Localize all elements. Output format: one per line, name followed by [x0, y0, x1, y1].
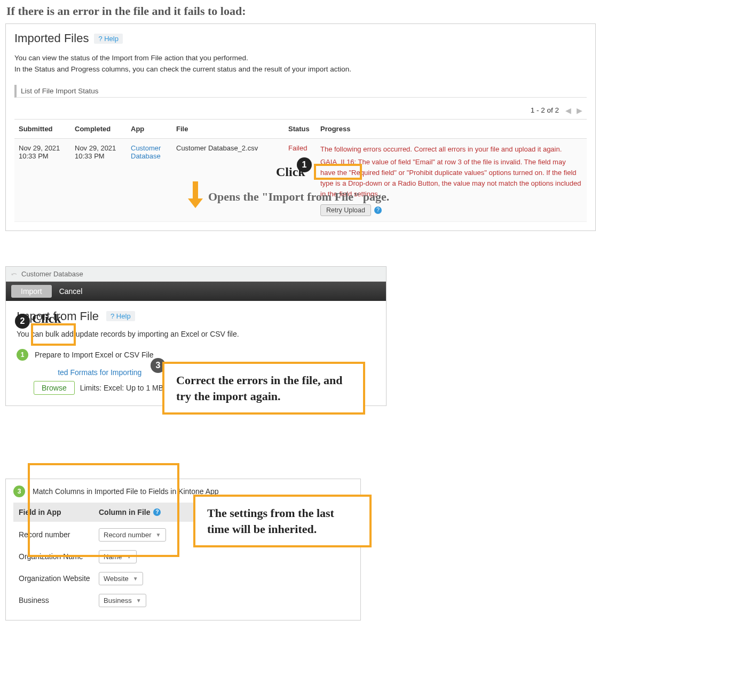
column-select[interactable]: Business ▼	[99, 594, 146, 607]
click-label-2: Click	[32, 312, 61, 326]
column-select[interactable]: Name ▼	[99, 550, 137, 563]
browse-button[interactable]: Browse	[34, 381, 75, 395]
head-field-in-app: Field in App	[19, 508, 99, 516]
back-icon[interactable]: ⤺	[11, 270, 17, 278]
mapping-row: Organization NameName ▼	[19, 546, 348, 568]
help-icon[interactable]: ?	[153, 508, 161, 516]
cell-file: Customer Database_2.csv	[172, 138, 284, 221]
import-button[interactable]: Import	[11, 285, 52, 298]
supported-formats-link[interactable]: ted Formats for Importing	[58, 368, 141, 377]
column-select[interactable]: Record number ▼	[99, 528, 166, 542]
pager-prev-icon[interactable]: ◀	[565, 106, 571, 115]
mapping-field-label: Organization Name	[19, 552, 99, 561]
breadcrumb[interactable]: Customer Database	[21, 270, 83, 278]
list-heading: List of File Import Status	[14, 85, 587, 98]
click-label-1: Click	[276, 165, 305, 179]
pager-next-icon[interactable]: ▶	[577, 106, 582, 115]
col-status: Status	[284, 119, 316, 138]
instruction-settings-inherited: The settings from the last time will be …	[193, 495, 372, 547]
table-row: Nov 29, 2021 10:33 PM Nov 29, 2021 10:33…	[14, 138, 587, 221]
step-1-badge: 1	[17, 349, 28, 361]
instruction-correct-errors: Correct the errors in the file, and try …	[162, 362, 365, 415]
help-link[interactable]: ? Help	[106, 311, 135, 321]
col-app: App	[127, 119, 172, 138]
help-link[interactable]: ? Help	[94, 34, 123, 44]
chevron-down-icon: ▼	[136, 598, 141, 603]
col-file: File	[172, 119, 284, 138]
step-3-badge: 3	[13, 486, 25, 497]
annotation-badge-2: 2	[15, 314, 30, 329]
mapping-field-label: Record number	[19, 530, 99, 539]
column-select[interactable]: Website ▼	[99, 572, 143, 585]
progress-line-1: The following errors occurred. Correct a…	[320, 144, 582, 155]
import-from-file-desc: You can bulk add/update records by impor…	[17, 330, 375, 338]
col-completed: Completed	[70, 119, 127, 138]
cell-submitted: Nov 29, 2021 10:33 PM	[14, 138, 70, 221]
app-link[interactable]: Customer Database	[131, 144, 161, 160]
imported-files-title: Imported Files	[14, 31, 89, 45]
status-badge: Failed	[288, 144, 307, 152]
head-column-in-file: Column in File	[99, 508, 150, 516]
imported-files-desc-1: You can view the status of the Import fr…	[14, 53, 587, 64]
imported-files-desc-2: In the Status and Progress columns, you …	[14, 64, 587, 75]
chevron-down-icon: ▼	[127, 554, 132, 560]
col-submitted: Submitted	[14, 119, 70, 138]
mapping-field-label: Organization Website	[19, 574, 99, 583]
mapping-row: BusinessBusiness ▼	[19, 590, 348, 611]
pager-text: 1 - 2 of 2	[531, 106, 559, 114]
mapping-field-label: Business	[19, 596, 99, 604]
cancel-link[interactable]: Cancel	[59, 287, 83, 296]
doc-heading: If there is an error in the file and it …	[0, 0, 741, 21]
col-progress: Progress	[316, 119, 587, 138]
step-3-label: Match Columns in Imported File to Fields…	[33, 487, 219, 496]
opens-caption: Opens the "Import from File" page.	[208, 190, 389, 204]
step-1-label: Prepare to Import Excel or CSV File	[35, 351, 154, 359]
chevron-down-icon: ▼	[133, 576, 138, 582]
help-icon[interactable]: ?	[374, 206, 382, 214]
chevron-down-icon: ▼	[156, 532, 161, 538]
cell-completed: Nov 29, 2021 10:33 PM	[70, 138, 127, 221]
retry-upload-button[interactable]: Retry Upload	[320, 204, 371, 216]
mapping-row: Organization WebsiteWebsite ▼	[19, 568, 348, 590]
